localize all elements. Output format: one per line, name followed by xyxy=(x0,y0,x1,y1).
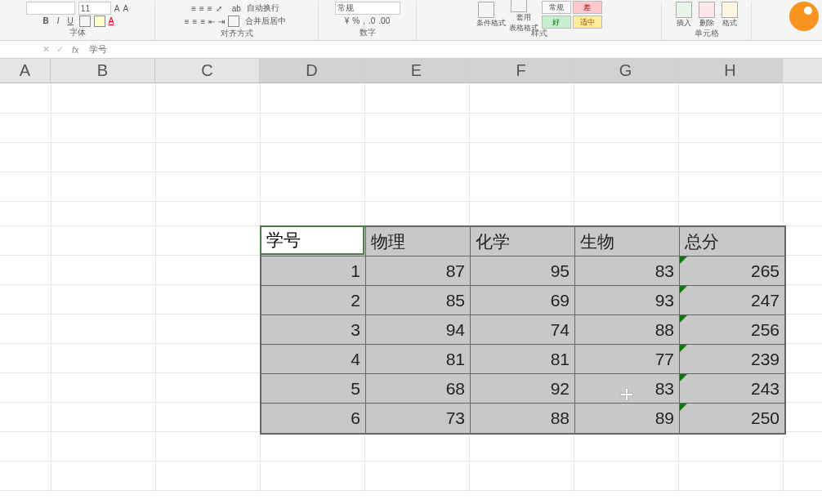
font-name-select[interactable] xyxy=(26,2,75,15)
align-center-icon[interactable]: ≡ xyxy=(193,17,198,26)
italic-button[interactable]: I xyxy=(55,16,62,26)
error-indicator-icon xyxy=(680,315,687,323)
align-left-icon[interactable]: ≡ xyxy=(185,17,190,26)
currency-icon[interactable]: ¥ xyxy=(345,16,350,25)
table-row: 4 81 81 77 239 xyxy=(261,345,784,374)
cell[interactable]: 83 xyxy=(575,374,680,404)
orientation-icon[interactable]: ⤢ xyxy=(216,4,222,13)
table-row: 5 68 92 83 243 xyxy=(261,374,784,404)
indent-inc-icon[interactable]: ⇥ xyxy=(218,17,225,26)
comma-icon[interactable]: , xyxy=(363,16,365,25)
cell[interactable]: 68 xyxy=(366,374,471,404)
cell[interactable]: 2 xyxy=(261,286,366,315)
col-header-F[interactable]: F xyxy=(469,59,574,83)
formula-input[interactable]: 学号 xyxy=(84,43,822,56)
styles-group-label: 样式 xyxy=(531,28,547,41)
cell[interactable]: 6 xyxy=(261,404,366,433)
number-format-select[interactable]: 常规 xyxy=(335,2,400,15)
font-group-label: 字体 xyxy=(69,27,86,40)
style-bad[interactable]: 差 xyxy=(573,1,602,14)
align-top-icon[interactable]: ≡ xyxy=(191,4,196,13)
merge-center-button[interactable]: 合并后居中 xyxy=(243,15,288,28)
col-header-C[interactable]: C xyxy=(155,59,260,83)
header-physics[interactable]: 物理 xyxy=(366,227,471,256)
cell[interactable]: 3 xyxy=(261,315,366,345)
cell[interactable]: 74 xyxy=(471,315,575,345)
border-icon[interactable] xyxy=(79,16,91,27)
cell[interactable]: 88 xyxy=(471,404,575,433)
col-header-A[interactable]: A xyxy=(0,59,51,83)
table-row: 2 85 69 93 247 xyxy=(261,286,784,315)
conditional-format-icon[interactable] xyxy=(478,2,494,18)
col-header-E[interactable]: E xyxy=(364,59,469,83)
cell[interactable]: 73 xyxy=(366,404,471,433)
cell[interactable]: 265 xyxy=(680,256,784,286)
cell[interactable]: 256 xyxy=(680,315,784,345)
font-size-select[interactable]: 11 xyxy=(78,2,111,15)
cell[interactable]: 83 xyxy=(575,256,680,286)
cell[interactable]: 239 xyxy=(680,345,784,374)
ribbon-toolbar: 11 A A B I U A 字体 ≡ ≡ ≡ ⤢ ab 自动换行 ≡ ≡ ≡ … xyxy=(0,0,822,41)
align-right-icon[interactable]: ≡ xyxy=(200,17,205,26)
header-bio[interactable]: 生物 xyxy=(575,227,680,256)
delete-button[interactable] xyxy=(699,2,715,18)
error-indicator-icon xyxy=(680,374,687,381)
header-chem[interactable]: 化学 xyxy=(471,227,575,256)
fill-color-icon[interactable] xyxy=(94,16,105,27)
wrap-text-button[interactable]: 自动换行 xyxy=(244,2,282,15)
style-normal[interactable]: 常规 xyxy=(542,1,571,14)
cells-group-label: 单元格 xyxy=(695,28,719,41)
style-neutral[interactable]: 适中 xyxy=(573,16,602,29)
font-color-icon[interactable]: A xyxy=(109,16,114,25)
cell[interactable]: 250 xyxy=(680,404,784,433)
cell[interactable]: 69 xyxy=(471,286,575,315)
cell[interactable]: 93 xyxy=(575,286,680,315)
align-middle-icon[interactable]: ≡ xyxy=(199,4,204,13)
merge-icon[interactable] xyxy=(228,16,239,27)
error-indicator-icon xyxy=(680,345,687,352)
error-indicator-icon xyxy=(680,286,687,293)
col-header-D[interactable]: D xyxy=(260,59,364,83)
cell[interactable]: 1 xyxy=(261,256,366,286)
cell[interactable]: 85 xyxy=(366,286,471,315)
fx-icon[interactable]: fx xyxy=(67,45,84,55)
cell[interactable]: 4 xyxy=(261,345,366,374)
cell[interactable]: 81 xyxy=(471,345,575,374)
active-cell[interactable]: 学号 xyxy=(260,225,364,255)
col-header-B[interactable]: B xyxy=(51,59,155,83)
bold-button[interactable]: B xyxy=(41,16,51,26)
cell[interactable]: 87 xyxy=(366,256,471,286)
table-row: 6 73 88 89 250 xyxy=(261,404,784,433)
cell[interactable]: 89 xyxy=(575,404,680,433)
number-group-label: 数字 xyxy=(360,27,376,40)
cell[interactable]: 81 xyxy=(366,345,471,374)
cell[interactable]: 243 xyxy=(680,374,784,404)
align-bottom-icon[interactable]: ≡ xyxy=(208,4,212,13)
table-format-icon[interactable] xyxy=(511,0,527,12)
spreadsheet-grid[interactable]: 学号 学号 物理 化学 生物 总分 1 87 95 83 265 2 85 69… xyxy=(0,83,822,492)
cell[interactable]: 247 xyxy=(680,286,784,315)
cell[interactable]: 88 xyxy=(575,315,680,345)
cell[interactable]: 5 xyxy=(261,374,366,404)
col-header-G[interactable]: G xyxy=(574,59,678,83)
increase-decimal-icon[interactable]: .0 xyxy=(369,16,375,25)
percent-icon[interactable]: % xyxy=(352,16,360,25)
cell[interactable]: 77 xyxy=(575,345,680,374)
decrease-decimal-icon[interactable]: .00 xyxy=(378,16,390,25)
formula-bar: ✕ ✓ fx 学号 xyxy=(0,41,822,59)
cell[interactable]: 95 xyxy=(471,256,575,286)
indent-dec-icon[interactable]: ⇤ xyxy=(208,17,215,26)
align-group-label: 对齐方式 xyxy=(221,28,253,41)
col-header-H[interactable]: H xyxy=(678,59,783,83)
style-good[interactable]: 好 xyxy=(542,16,571,29)
insert-button[interactable] xyxy=(676,2,692,18)
underline-button[interactable]: U xyxy=(65,16,76,26)
cell[interactable]: 94 xyxy=(366,315,471,345)
cell[interactable]: 92 xyxy=(471,374,575,404)
cancel-icon[interactable]: ✕ xyxy=(39,44,53,55)
header-total[interactable]: 总分 xyxy=(680,227,784,256)
decrease-font-icon[interactable]: A xyxy=(123,4,129,13)
confirm-icon[interactable]: ✓ xyxy=(53,44,67,55)
increase-font-icon[interactable]: A xyxy=(114,4,120,13)
format-button[interactable] xyxy=(721,2,738,18)
